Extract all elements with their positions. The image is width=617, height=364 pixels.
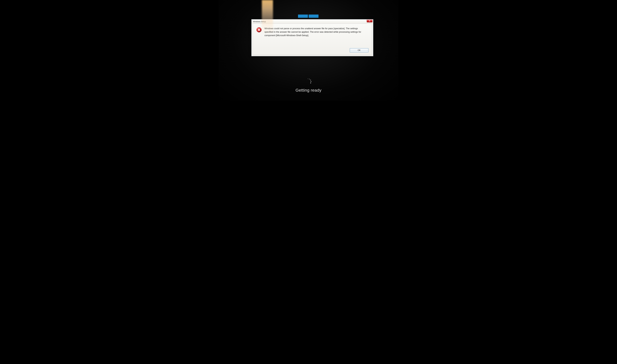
dialog-body: Windows could not parse or process the u… — [253, 24, 372, 55]
status-area: Getting ready — [219, 79, 398, 93]
dialog-titlebar[interactable]: Windows Setup — [252, 19, 373, 24]
loading-spinner-icon — [305, 79, 312, 85]
dialog-message: Windows could not parse or process the u… — [265, 27, 362, 37]
error-dialog: Windows Setup — [251, 19, 373, 56]
close-button[interactable] — [367, 20, 372, 22]
dialog-title: Windows Setup — [253, 20, 266, 23]
ok-button[interactable]: OK — [350, 48, 368, 52]
logo-tile — [309, 14, 319, 18]
error-icon — [256, 27, 262, 33]
dialog-button-row: OK — [256, 48, 368, 52]
setup-screen: Windows Setup — [219, 0, 398, 101]
logo-tile — [298, 14, 308, 18]
status-text: Getting ready — [295, 88, 322, 93]
close-icon — [369, 20, 370, 22]
message-row: Windows could not parse or process the u… — [256, 27, 368, 37]
